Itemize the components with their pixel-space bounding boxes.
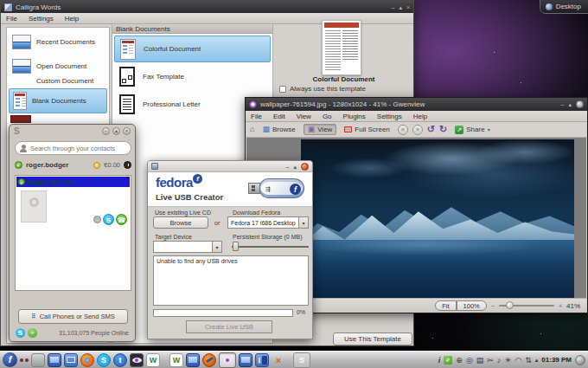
minimize-button[interactable]: –: [286, 164, 290, 170]
contact-search-input[interactable]: [30, 145, 125, 152]
always-use-template-option[interactable]: Always use this template: [279, 85, 366, 93]
history-clock-icon[interactable]: [124, 161, 131, 169]
share-button[interactable]: ↗ Share ▾: [451, 125, 493, 135]
updates-tray-icon[interactable]: ✔: [444, 356, 452, 365]
liveusb-titlebar[interactable]: – ▴: [148, 161, 312, 172]
create-live-usb-button[interactable]: Create Live USB: [186, 320, 272, 333]
sidebar-item-recent-documents[interactable]: Recent Documents: [9, 29, 107, 54]
browse-button[interactable]: Browse: [153, 216, 208, 229]
minimize-button[interactable]: –: [102, 127, 110, 135]
usb-body-icon: ⇶ f: [259, 178, 304, 198]
minimize-button[interactable]: –: [561, 101, 565, 107]
calligra-titlebar[interactable]: Calligra Words – ▴ ×: [1, 1, 413, 13]
launcher-gwenview-eye[interactable]: [130, 353, 144, 367]
launcher-system-app[interactable]: [31, 353, 45, 367]
close-button[interactable]: ×: [406, 4, 410, 10]
skype-titlebar[interactable]: S – ▴ ×: [10, 125, 135, 138]
zoom-slider[interactable]: [499, 305, 554, 307]
close-button[interactable]: [576, 100, 584, 108]
rotate-left-icon[interactable]: ↺: [427, 125, 435, 134]
home-icon[interactable]: ⌂: [250, 126, 254, 133]
next-image-button[interactable]: »: [412, 125, 423, 135]
application-launcher-button[interactable]: f: [3, 352, 17, 367]
network-transfer-icon[interactable]: ⇅: [525, 356, 532, 365]
template-item-colorful-document[interactable]: Colorful Document: [114, 36, 271, 62]
contact-row-selected[interactable]: ✔ Skype Test Call: [16, 177, 130, 187]
menu-settings[interactable]: Settings: [23, 14, 59, 23]
maximize-button[interactable]: ▴: [399, 4, 402, 10]
call-icon[interactable]: ☎: [116, 214, 127, 225]
info-tray-icon[interactable]: i: [438, 356, 441, 365]
add-contact-icon[interactable]: +: [28, 328, 37, 338]
zoom-out-icon[interactable]: −: [491, 303, 495, 309]
launcher-firefox[interactable]: [80, 353, 94, 367]
launcher-calligra-words[interactable]: W: [146, 353, 160, 367]
task-liveusb-creator[interactable]: [202, 353, 216, 367]
always-use-checkbox[interactable]: [279, 86, 286, 93]
minimize-button[interactable]: –: [391, 4, 394, 10]
clipboard-scissors-icon[interactable]: ✂: [487, 356, 494, 365]
fullscreen-button[interactable]: Full Screen: [341, 125, 393, 134]
task-close-item[interactable]: ×: [272, 353, 285, 367]
close-button[interactable]: [301, 163, 309, 171]
brightness-icon[interactable]: ☀: [504, 356, 511, 365]
zoom-slider-knob[interactable]: [506, 301, 514, 309]
menu-file[interactable]: File: [246, 112, 267, 121]
maximize-button[interactable]: ▴: [112, 127, 120, 135]
close-button[interactable]: ×: [123, 127, 131, 135]
maximize-button[interactable]: ▴: [293, 164, 297, 170]
block-contact-icon[interactable]: –: [93, 216, 101, 223]
launcher-thunderbird[interactable]: t: [113, 353, 127, 367]
sidebar-item-blank-documents[interactable]: Blank Documents: [9, 88, 107, 113]
task-usb-device[interactable]: [255, 353, 269, 367]
desktop-toolbox-button[interactable]: Desktop: [540, 0, 588, 14]
wifi-icon[interactable]: ◠: [514, 356, 521, 365]
task-gwenview-active[interactable]: [219, 352, 236, 368]
panel-cashew-icon[interactable]: [575, 355, 585, 365]
record-tray-icon[interactable]: ◎: [466, 356, 473, 365]
pager-dots[interactable]: [20, 358, 29, 362]
liveusb-log-area[interactable]: Unable to find any USB drives: [153, 255, 309, 306]
menu-edit[interactable]: Edit: [268, 112, 291, 121]
previous-image-button[interactable]: «: [398, 125, 408, 135]
launcher-display-settings[interactable]: [48, 353, 61, 367]
persistent-storage-slider[interactable]: [232, 246, 309, 248]
zoom-100-button[interactable]: 100%: [457, 300, 487, 311]
zoom-fit-button[interactable]: Fit: [435, 300, 456, 311]
maximize-button[interactable]: ▴: [568, 101, 572, 107]
task-contact-app[interactable]: [186, 353, 200, 367]
launcher-file-manager[interactable]: [64, 353, 78, 367]
menu-plugins[interactable]: Plugins: [338, 112, 371, 121]
use-this-template-button[interactable]: Use This Template: [333, 332, 412, 345]
task-skype[interactable]: S: [293, 352, 310, 368]
chat-icon[interactable]: S: [103, 214, 114, 225]
rotate-right-icon[interactable]: ↻: [439, 125, 447, 134]
menu-file[interactable]: File: [1, 14, 22, 23]
menu-go[interactable]: Go: [317, 112, 337, 121]
volume-icon[interactable]: ♪: [497, 356, 502, 365]
view-mode-button[interactable]: ▣ View: [304, 124, 337, 135]
zoom-in-icon[interactable]: +: [559, 303, 562, 309]
task-calligra-words[interactable]: W: [169, 353, 183, 367]
skype-user-row[interactable]: ✔ roger.bodger €0.00: [15, 158, 131, 171]
menu-view[interactable]: View: [291, 112, 316, 121]
download-fedora-select[interactable]: Fedora 17 i686 Desktop ▾: [227, 216, 309, 229]
task-system-monitor[interactable]: [239, 353, 252, 367]
network-globe-icon[interactable]: ⊕: [456, 356, 463, 365]
persistent-storage-knob[interactable]: [233, 242, 239, 251]
taskbar-clock[interactable]: 01:39 PM: [541, 356, 572, 364]
menu-settings[interactable]: Settings: [372, 112, 407, 121]
tray-expander-icon[interactable]: ▴: [535, 356, 539, 365]
template-item-fax-template[interactable]: Fax Template: [114, 63, 271, 90]
keyboard-tray-icon[interactable]: ▤: [476, 356, 484, 365]
menu-help[interactable]: Help: [408, 112, 432, 121]
launcher-skype[interactable]: S: [97, 353, 111, 367]
browse-mode-button[interactable]: ▦ Browse: [259, 125, 298, 134]
contact-search-box[interactable]: [15, 141, 131, 155]
target-device-select[interactable]: ▾: [153, 241, 222, 253]
sidebar-item-custom-document[interactable]: Custom Document: [9, 73, 107, 88]
call-phones-button[interactable]: ⠿ Call Phones or Send SMS: [18, 309, 128, 324]
gwenview-titlebar[interactable]: wallpaper-761594.jpg - 1280x1024 - 41% -…: [246, 98, 587, 111]
menu-help[interactable]: Help: [60, 14, 84, 23]
skype-status-icon[interactable]: S: [16, 328, 25, 338]
